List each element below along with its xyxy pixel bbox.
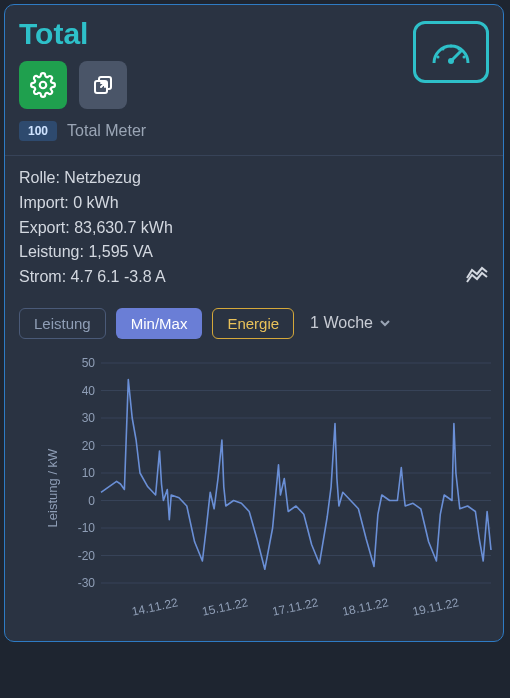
svg-point-7	[458, 48, 461, 51]
chart-line-icon	[465, 264, 489, 284]
svg-text:17.11.22: 17.11.22	[271, 595, 320, 618]
current-label: Strom:	[19, 268, 66, 285]
device-id-badge: 100	[19, 121, 57, 141]
header: Total	[19, 17, 489, 121]
role-value: Netzbezug	[64, 169, 141, 186]
svg-text:0: 0	[88, 493, 95, 507]
gear-icon	[30, 72, 56, 98]
divider	[5, 155, 503, 156]
svg-point-0	[40, 82, 47, 89]
popout-button[interactable]	[79, 61, 127, 109]
svg-text:19.11.22: 19.11.22	[411, 595, 460, 618]
metrics-block: Rolle: Netzbezug Import: 0 kWh Export: 8…	[19, 166, 489, 290]
power-chart: -30-20-100102030405014.11.2215.11.2217.1…	[67, 353, 497, 623]
power-value: 1,595 VA	[88, 243, 153, 260]
chevron-down-icon	[379, 317, 391, 329]
svg-text:-30: -30	[78, 576, 96, 590]
import-label: Import:	[19, 194, 69, 211]
export-value: 83,630.7 kWh	[74, 219, 173, 236]
svg-text:18.11.22: 18.11.22	[341, 595, 390, 618]
svg-text:10: 10	[82, 466, 96, 480]
meter-icon	[413, 21, 489, 83]
svg-point-6	[450, 45, 453, 48]
power-label: Leistung:	[19, 243, 84, 260]
role-label: Rolle:	[19, 169, 60, 186]
svg-point-5	[442, 48, 445, 51]
chart-toggle-button[interactable]	[465, 264, 489, 290]
range-label: 1 Woche	[310, 314, 373, 332]
range-dropdown[interactable]: 1 Woche	[310, 314, 391, 332]
svg-point-8	[463, 56, 466, 59]
tab-energie[interactable]: Energie	[212, 308, 294, 339]
svg-text:-20: -20	[78, 548, 96, 562]
gauge-icon	[428, 35, 474, 69]
card-title: Total	[19, 17, 401, 51]
svg-text:20: 20	[82, 438, 96, 452]
svg-line-3	[451, 51, 461, 61]
svg-text:40: 40	[82, 383, 96, 397]
current-value: 4.7 6.1 -3.8 A	[71, 268, 166, 285]
settings-button[interactable]	[19, 61, 67, 109]
chart-ylabel: Leistung / kW	[45, 449, 60, 528]
export-label: Export:	[19, 219, 70, 236]
svg-text:14.11.22: 14.11.22	[130, 595, 179, 618]
svg-point-4	[437, 56, 440, 59]
device-name: Total Meter	[67, 122, 146, 140]
import-value: 0 kWh	[73, 194, 118, 211]
popout-icon	[91, 73, 115, 97]
svg-text:50: 50	[82, 356, 96, 370]
svg-text:15.11.22: 15.11.22	[201, 595, 250, 618]
device-card: Total 100 Total Meter Rolle: Netzbezug I…	[4, 4, 504, 642]
svg-text:30: 30	[82, 411, 96, 425]
chart-controls: Leistung Min/Max Energie 1 Woche	[19, 308, 489, 339]
tab-leistung[interactable]: Leistung	[19, 308, 106, 339]
svg-text:-10: -10	[78, 521, 96, 535]
tab-minmax[interactable]: Min/Max	[116, 308, 203, 339]
chart-area: Leistung / kW -30-20-100102030405014.11.…	[19, 353, 489, 623]
